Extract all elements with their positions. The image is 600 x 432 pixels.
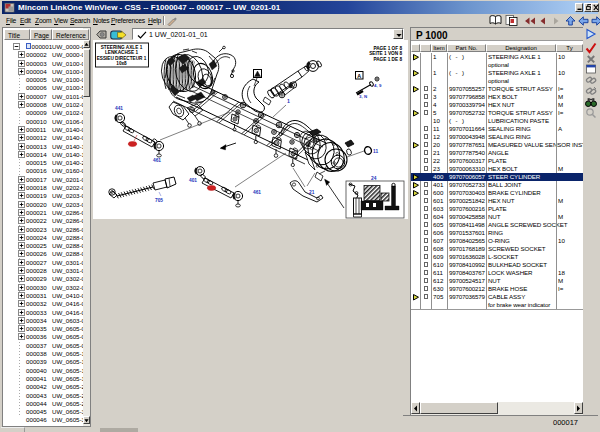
svg-text:461: 461 — [253, 190, 261, 195]
svg-text:SEITE 1 VON 8: SEITE 1 VON 8 — [369, 51, 402, 56]
svg-text:3, N: 3, N — [359, 94, 367, 99]
svg-text:LENKACHSE 1: LENKACHSE 1 — [105, 50, 138, 55]
svg-text:1: 1 — [287, 98, 290, 104]
svg-text:4, 9: 4, 9 — [374, 83, 382, 88]
svg-text:401: 401 — [189, 178, 197, 183]
svg-text:STEERING AXLE 1: STEERING AXLE 1 — [101, 45, 143, 50]
svg-text:21: 21 — [309, 190, 315, 195]
svg-text:ESSIEU DIRECTEUR 1: ESSIEU DIRECTEUR 1 — [97, 56, 147, 61]
svg-text:PAGE 1 OF 8: PAGE 1 OF 8 — [373, 46, 402, 51]
svg-text:24: 24 — [371, 176, 377, 181]
svg-text:705: 705 — [155, 198, 163, 203]
svg-text:11: 11 — [373, 149, 378, 154]
svg-text:461: 461 — [153, 158, 161, 163]
svg-text:PAGE 1 DE 8: PAGE 1 DE 8 — [373, 57, 402, 62]
svg-text:10x8: 10x8 — [116, 61, 127, 66]
svg-text:441: 441 — [115, 106, 123, 111]
svg-text:A: A — [357, 73, 361, 79]
